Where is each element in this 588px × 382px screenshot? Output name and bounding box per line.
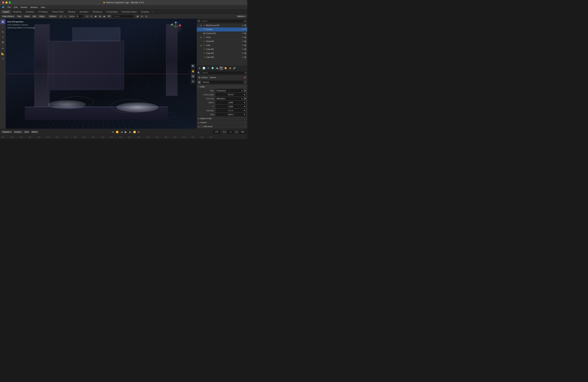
props-tab-scene[interactable]: 🌍 <box>210 66 214 70</box>
safe-areas-section[interactable]: ▶ Safe Areas ≡ <box>197 125 247 129</box>
breadcrumb-camera1[interactable]: Camera <box>201 76 208 78</box>
clip-start-value[interactable]: 0.1 m <box>216 109 246 112</box>
tab-scripting[interactable]: Scripting <box>139 10 151 14</box>
tab-rendering[interactable]: Rendering <box>90 10 104 14</box>
clip-end-value[interactable]: 1000 m <box>216 113 246 116</box>
next-keyframe-btn[interactable]: ▶ <box>128 130 132 134</box>
next-frame-btn[interactable]: ⏩ <box>133 130 136 134</box>
outliner-search[interactable] <box>201 20 244 22</box>
measure-tool-btn[interactable]: 📐 <box>0 51 5 56</box>
type-select[interactable]: Perspective ▾ <box>216 89 243 92</box>
background-images-section[interactable]: ▶ Background Images <box>197 129 247 129</box>
rotate-tool-btn[interactable]: ↻ <box>0 30 5 34</box>
props-tab-render[interactable]: 🖥 <box>197 66 202 70</box>
menu-help[interactable]: Help <box>40 6 46 9</box>
outliner-item-cube[interactable]: ▶ ▽ Cube 👁 📷 <box>197 43 247 47</box>
radius-input[interactable]: 25 <box>76 15 83 18</box>
depth-of-field-section[interactable]: ▶ Depth of Field <box>197 117 247 121</box>
end-frame[interactable]: 500 <box>239 130 246 134</box>
current-frame[interactable]: 270 <box>213 130 220 134</box>
proportional-edit[interactable]: ○ <box>63 15 67 18</box>
cursor-tool-btn[interactable]: ✥ <box>0 19 5 24</box>
lens-unit-select[interactable]: Millimeters ▾ <box>216 97 243 100</box>
playback-menu[interactable]: Playback ▾ <box>1 130 13 134</box>
overlay-btn[interactable]: ⊙ <box>140 15 144 18</box>
render-icon[interactable]: 📷 <box>244 28 246 30</box>
props-tab-output[interactable]: 📊 <box>202 66 206 70</box>
menu-edit[interactable]: Edit <box>13 6 19 9</box>
icon-btn-2[interactable]: □ <box>90 15 93 18</box>
zoom-button[interactable]: 🔍 <box>191 64 195 68</box>
object-menu[interactable]: Object <box>38 15 46 18</box>
visibility-icon[interactable]: 👁 <box>242 28 244 30</box>
jump-end-btn[interactable]: ⏭ <box>137 130 141 134</box>
outliner-item[interactable]: ▶ ⬡ BézierCurve.001 👁 📷 <box>197 23 247 27</box>
pin-icon[interactable]: 📌 <box>244 76 246 78</box>
tab-uv-editing[interactable]: UV Editing <box>36 10 50 14</box>
breadcrumb-camera2[interactable]: Camera <box>210 76 216 78</box>
filter-icon[interactable]: ▼ <box>245 72 247 74</box>
props-tab-material[interactable]: 🎨 <box>224 66 228 70</box>
grid-btn[interactable]: ⊞ <box>191 79 195 84</box>
pan-button[interactable]: ✋ <box>191 69 195 74</box>
camera-section[interactable]: ▶ Camera ≡ <box>197 121 247 125</box>
prev-frame-btn[interactable]: ⏪ <box>115 130 119 134</box>
props-tab-view-layer[interactable]: ⚙ <box>206 66 210 70</box>
tab-layout[interactable]: Layout <box>1 10 11 14</box>
transform-tool-btn[interactable]: ⊞ <box>0 40 5 44</box>
tab-modeling[interactable]: Modeling <box>11 10 23 14</box>
shift-y-value[interactable]: 0.000 <box>216 105 246 108</box>
outliner-item-camera-active[interactable]: 📷 Camera 👁 📷 <box>197 27 247 32</box>
icon-btn-6[interactable]: 🔍 <box>107 15 111 18</box>
icon-btn-4[interactable]: ⊞ <box>98 15 102 18</box>
tab-texture-paint[interactable]: Texture Paint <box>50 10 66 14</box>
props-tab-particles[interactable]: ✨ <box>228 66 232 70</box>
prev-keyframe-btn[interactable]: ◀ <box>120 130 123 134</box>
camera-name-field[interactable]: Camera <box>201 81 244 84</box>
outliner-item-cube004[interactable]: ▽ Cube.004 👁 📷 <box>197 59 247 60</box>
start-frame[interactable]: 0 <box>227 130 234 134</box>
outliner-item-cube001[interactable]: ▽ Cube.001 👁 📷 <box>197 47 247 51</box>
filter-icon[interactable]: ▼ <box>244 20 246 22</box>
props-tab-object-data[interactable]: 📷 <box>219 66 223 70</box>
menu-window[interactable]: Window <box>29 6 39 9</box>
render-icon[interactable]: 📷 <box>244 24 246 26</box>
viewport-search[interactable]: Search <box>112 15 134 18</box>
props-tab-constraints[interactable]: 🔗 <box>232 66 236 70</box>
transform-pivot[interactable]: Global ▾ <box>48 15 57 18</box>
menu-file[interactable]: File <box>6 6 12 9</box>
outliner-item-circle[interactable]: ▶ ▽ Circle 👁 📷 <box>197 36 247 39</box>
jump-start-btn[interactable]: ⏮ <box>111 130 115 134</box>
outliner-item-camera001[interactable]: 📷 Camera.001 👁 📷 <box>197 32 247 36</box>
icon-btn-5[interactable]: ▶ <box>103 15 106 18</box>
play-btn[interactable]: ▶ <box>124 130 128 134</box>
props-tab-world[interactable]: 🎭 <box>215 66 219 70</box>
outliner-item-circle001[interactable]: ▽ Circle.001 👁 📷 <box>197 39 247 43</box>
close-button[interactable] <box>2 1 4 4</box>
mode-selector[interactable]: Object Mode ▾ <box>1 15 15 18</box>
tab-compositing[interactable]: Compositing <box>104 10 120 14</box>
view-menu-timeline[interactable]: View <box>23 130 30 134</box>
add-workspace-button[interactable]: + <box>151 10 155 14</box>
add-menu[interactable]: Add <box>32 15 37 18</box>
visibility-icon[interactable]: 👁 <box>242 24 244 26</box>
focal-length-value[interactable]: 50 mm <box>216 93 246 96</box>
xray-btn[interactable]: ◻ <box>144 15 148 18</box>
menu-render[interactable]: Render <box>19 6 29 9</box>
options-btn[interactable]: Options ▾ <box>236 15 246 18</box>
marker-menu[interactable]: Marker <box>31 130 39 134</box>
minimize-button[interactable] <box>5 1 8 4</box>
tab-sculpting[interactable]: Sculpting <box>23 10 36 14</box>
properties-search-input[interactable] <box>201 72 244 74</box>
safe-areas-check[interactable] <box>201 126 203 128</box>
lens-section-header[interactable]: ▼ Lens <box>197 85 247 89</box>
add-object-tool-btn[interactable]: ⬡ <box>0 56 5 61</box>
viewport-3d[interactable]: User Perspective (270) Collection | Came… <box>6 19 197 129</box>
snap-button[interactable]: ⊙ <box>59 15 63 18</box>
scale-tool-btn[interactable]: ⤢ <box>0 35 5 39</box>
shift-x-value[interactable]: 0.000 <box>216 101 246 104</box>
outliner-item-cube002[interactable]: ▽ Cube.002 👁 📷 <box>197 51 247 55</box>
outliner-item-cube003[interactable]: ▽ Cube.003 👁 📷 <box>197 55 247 59</box>
icon-btn-1[interactable]: ⬡ <box>85 15 89 18</box>
maximize-button[interactable] <box>9 1 11 4</box>
